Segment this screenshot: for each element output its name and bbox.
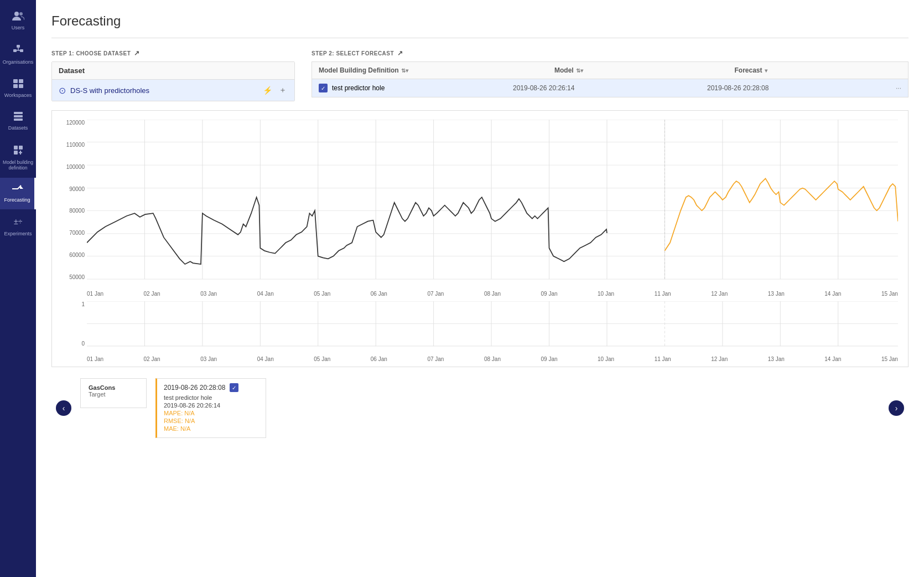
sidebar-item-datasets[interactable]: Datasets [0, 105, 36, 138]
forecast-legend: 2019-08-26 20:28:08 ✓ test predictor hol… [155, 378, 266, 438]
dataset-radio-icon[interactable]: ⊙ [59, 85, 66, 96]
prev-nav-btn[interactable]: ‹ [56, 400, 71, 416]
y2-0: 0 [81, 341, 85, 347]
page-title: Forecasting [51, 13, 909, 29]
sidebar-label-model-building: Model building definition [3, 159, 33, 171]
sidebar: Users Organisations Workspaces [0, 0, 36, 577]
next-nav-btn[interactable]: › [889, 400, 904, 416]
mbd-sort-icon[interactable]: ⇅▾ [401, 68, 408, 74]
x-02jan: 02 Jan [144, 291, 160, 297]
step1-arrow-icon: ↗ [134, 49, 140, 57]
step2-arrow-icon: ↗ [397, 49, 403, 57]
main-chart-svg [87, 120, 898, 280]
historical-line [87, 197, 607, 264]
users-icon [12, 11, 24, 23]
sidebar-item-organisations[interactable]: Organisations [0, 38, 36, 72]
svg-rect-10 [19, 84, 23, 88]
svg-point-1 [19, 12, 23, 16]
sidebar-label-datasets: Datasets [8, 125, 28, 131]
forecast-legend-mape: MAPE: N/A [164, 410, 259, 416]
dataset-table-row[interactable]: ⊙ DS-S with predictorholes ⚡ ＋ [52, 80, 294, 101]
step2-section: STEP 2: SELECT FORECAST ↗ Model Building… [312, 49, 909, 97]
x-06jan: 06 Jan [371, 291, 387, 297]
model-sort-icon[interactable]: ⇅▾ [576, 68, 583, 74]
x2-08jan: 08 Jan [484, 356, 501, 362]
y-label-6: 60000 [69, 252, 85, 258]
legend-row: ‹ GasCons Target 2019-08-26 20:28:08 ✓ t… [51, 378, 909, 438]
dataset-actions: ⚡ ＋ [262, 84, 288, 96]
dataset-lightning-btn[interactable]: ⚡ [262, 84, 273, 96]
forecast-legend-rmse: RMSE: N/A [164, 418, 259, 424]
x2-15jan: 15 Jan [881, 356, 898, 362]
legend-card-subtitle: Target [89, 391, 138, 398]
step2-label: STEP 2: SELECT FORECAST ↗ [312, 49, 909, 57]
dataset-name-label: DS-S with predictorholes [70, 86, 257, 95]
x2-09jan: 09 Jan [541, 356, 558, 362]
x2-07jan: 07 Jan [427, 356, 444, 362]
step1-label: STEP 1: CHOOSE DATASET ↗ [51, 49, 295, 57]
svg-rect-15 [19, 146, 23, 150]
sidebar-item-forecasting[interactable]: Forecasting [0, 178, 36, 210]
x-03jan: 03 Jan [200, 291, 217, 297]
y-label-5: 70000 [69, 230, 85, 236]
x-08jan: 08 Jan [484, 291, 501, 297]
svg-rect-14 [14, 146, 18, 150]
forecast-legend-name: test predictor hole [164, 394, 259, 401]
td-forecast: 2019-08-26 20:28:08 ··· [707, 84, 901, 92]
y-label-0: 120000 [66, 120, 85, 126]
x-axis-labels-secondary: 01 Jan 02 Jan 03 Jan 04 Jan 05 Jan 06 Ja… [87, 356, 898, 362]
row-more-btn[interactable]: ··· [896, 84, 901, 92]
dataset-table: Dataset ⊙ DS-S with predictorholes ⚡ ＋ [51, 61, 295, 101]
svg-text:±÷: ±÷ [14, 217, 23, 226]
secondary-chart-svg [87, 301, 898, 347]
sidebar-label-experiments: Experiments [4, 231, 32, 237]
x2-06jan: 06 Jan [371, 356, 387, 362]
forecast-legend-checkbox[interactable]: ✓ [230, 383, 238, 392]
step1-label-text: STEP 1: CHOOSE DATASET [51, 50, 131, 56]
y-label-1: 110000 [66, 142, 85, 148]
x2-11jan: 11 Jan [655, 356, 671, 362]
svg-rect-16 [14, 151, 18, 154]
x2-13jan: 13 Jan [768, 356, 785, 362]
forecasting-icon [11, 184, 23, 195]
x2-14jan: 14 Jan [824, 356, 841, 362]
sidebar-label-forecasting: Forecasting [4, 197, 30, 203]
th-model: Model ⇅▾ [548, 62, 728, 79]
td-mbd: ✓ test predictor hole [319, 84, 513, 92]
x2-12jan: 12 Jan [711, 356, 728, 362]
x2-03jan: 03 Jan [200, 356, 217, 362]
sidebar-item-experiments[interactable]: ±÷ Experiments [0, 209, 36, 244]
y-label-2: 100000 [66, 164, 85, 170]
svg-rect-9 [13, 84, 18, 88]
x-10jan: 10 Jan [598, 291, 614, 297]
forecast-sort-icon[interactable]: ▾ [765, 68, 767, 74]
sidebar-item-model-building[interactable]: Model building definition [0, 138, 36, 177]
sidebar-label-organisations: Organisations [3, 59, 34, 65]
x-13jan: 13 Jan [768, 291, 785, 297]
organisations-icon [13, 44, 24, 57]
x2-04jan: 04 Jan [257, 356, 274, 362]
charts-container: 120000 110000 100000 90000 80000 70000 6… [51, 110, 909, 367]
workspaces-icon [13, 79, 24, 90]
forecast-table-row[interactable]: ✓ test predictor hole 2019-08-26 20:26:1… [312, 79, 908, 97]
forecast-table: Model Building Definition ⇅▾ Model ⇅▾ Fo… [312, 61, 909, 97]
sidebar-item-users[interactable]: Users [0, 4, 36, 38]
dataset-add-btn[interactable]: ＋ [278, 84, 288, 96]
x-14jan: 14 Jan [824, 291, 841, 297]
svg-rect-8 [19, 79, 23, 83]
x-04jan: 04 Jan [257, 291, 274, 297]
forecast-legend-header: 2019-08-26 20:28:08 ✓ [164, 383, 259, 392]
forecast-legend-model-date: 2019-08-26 20:26:14 [164, 402, 259, 409]
main-chart: 120000 110000 100000 90000 80000 70000 6… [56, 120, 904, 297]
step1-section: STEP 1: CHOOSE DATASET ↗ Dataset ⊙ DS-S … [51, 49, 295, 101]
th-forecast: Forecast ▾ [728, 62, 909, 79]
x-07jan: 07 Jan [427, 291, 444, 297]
y-label-3: 90000 [69, 186, 85, 192]
th-mbd: Model Building Definition ⇅▾ [312, 62, 548, 79]
svg-rect-11 [14, 112, 23, 114]
row-checkbox[interactable]: ✓ [319, 84, 328, 92]
forecast-legend-date: 2019-08-26 20:28:08 [164, 384, 225, 391]
sidebar-item-workspaces[interactable]: Workspaces [0, 72, 36, 105]
secondary-chart: 1 0 01 Jan [56, 301, 904, 362]
x-axis-labels-main: 01 Jan 02 Jan 03 Jan 04 Jan 05 Jan 06 Ja… [87, 291, 898, 297]
